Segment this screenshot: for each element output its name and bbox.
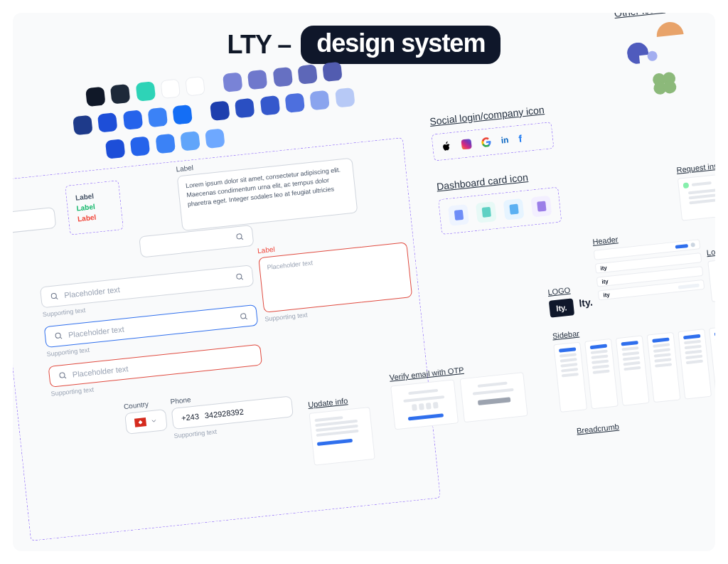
instagram-icon bbox=[461, 139, 471, 149]
dashboard-frame bbox=[438, 187, 562, 235]
search-icon bbox=[50, 292, 59, 301]
sidebar-col bbox=[647, 332, 681, 403]
swatch bbox=[285, 92, 306, 113]
swatch bbox=[210, 100, 230, 121]
swatch bbox=[130, 136, 151, 156]
facebook-icon: f bbox=[518, 133, 523, 144]
labels-frame: Label Label Label bbox=[65, 180, 124, 235]
svg-point-1 bbox=[51, 293, 57, 299]
svg-point-2 bbox=[236, 274, 242, 280]
phone-number: 342928392 bbox=[204, 408, 244, 420]
swatch bbox=[135, 81, 156, 102]
dashboard-block: Dashboard card icon bbox=[436, 169, 562, 235]
textarea-error-block: Label Placeholder text Supporting text bbox=[257, 231, 414, 322]
breadcrumb-heading: Breadcrumb bbox=[577, 422, 620, 435]
sidebar-col bbox=[553, 342, 587, 413]
apple-icon bbox=[441, 140, 453, 152]
swatch bbox=[297, 64, 318, 85]
login-block: Login/sign up bbox=[706, 240, 715, 302]
swatch bbox=[235, 98, 255, 119]
input-error-placeholder: Placeholder text bbox=[72, 364, 129, 378]
country-field: Country bbox=[123, 398, 167, 435]
google-icon bbox=[481, 137, 491, 147]
swatch bbox=[85, 87, 106, 107]
otp-card bbox=[460, 372, 528, 422]
search-icon bbox=[239, 312, 248, 321]
svg-point-5 bbox=[60, 373, 65, 378]
request-block: Request insurance card bbox=[676, 154, 715, 220]
svg-point-0 bbox=[237, 234, 242, 240]
svg-point-3 bbox=[55, 333, 61, 339]
document-icon bbox=[537, 201, 546, 212]
update-info-block: Update info bbox=[308, 394, 375, 465]
flag-icon bbox=[134, 417, 146, 427]
label-success: Label bbox=[76, 201, 112, 212]
swatch bbox=[180, 131, 200, 151]
update-info-card bbox=[309, 407, 375, 466]
swatch bbox=[110, 84, 131, 105]
login-heading: Login/sign up bbox=[706, 240, 715, 257]
request-heading: Request insurance card bbox=[676, 154, 715, 174]
swatch bbox=[310, 90, 331, 111]
swatch bbox=[160, 79, 181, 100]
design-system-canvas: LTY – design system bbox=[13, 13, 715, 551]
header-block: Header ity ity ity bbox=[592, 226, 705, 300]
title-light: LTY – bbox=[228, 30, 291, 60]
linkedin-icon: in bbox=[500, 135, 509, 146]
logo-dark: lty. bbox=[549, 298, 574, 317]
login-card bbox=[707, 252, 715, 302]
swatch bbox=[323, 62, 343, 83]
shape-icon bbox=[655, 21, 684, 37]
swatch bbox=[97, 112, 118, 133]
phone-prefix: +243 bbox=[181, 412, 200, 422]
input-default-placeholder: Placeholder text bbox=[64, 285, 121, 299]
swatch bbox=[247, 70, 268, 90]
document-icon bbox=[454, 210, 463, 220]
request-card bbox=[678, 167, 715, 220]
sidebar-col bbox=[584, 339, 619, 409]
logo-block: LOGO lty. lty. bbox=[547, 284, 594, 318]
shape-icon bbox=[647, 50, 658, 61]
social-block: Social login/company icon in f bbox=[429, 103, 555, 161]
country-select[interactable] bbox=[124, 409, 168, 435]
swatch bbox=[205, 128, 225, 149]
shape-icon bbox=[652, 71, 680, 94]
swatch bbox=[155, 134, 176, 154]
swatch bbox=[173, 105, 193, 125]
swatch bbox=[335, 87, 355, 108]
sidebar-block: Sidebar bbox=[552, 313, 715, 413]
logo-light: lty. bbox=[579, 296, 594, 314]
search-icon bbox=[235, 232, 244, 241]
input-focus-placeholder: Placeholder text bbox=[68, 325, 124, 339]
svg-point-4 bbox=[240, 314, 246, 319]
search-icon bbox=[54, 331, 63, 341]
document-icon bbox=[481, 207, 491, 218]
swatch bbox=[105, 139, 126, 159]
sidebar-col bbox=[678, 329, 712, 399]
logo-heading: LOGO bbox=[547, 284, 592, 297]
swatch bbox=[148, 107, 168, 128]
chevron-down-icon bbox=[150, 417, 158, 425]
swatch bbox=[122, 110, 143, 130]
breadcrumb-block: Breadcrumb bbox=[577, 422, 620, 435]
other-icons-block: Other icons bbox=[614, 13, 707, 95]
label-error: Label bbox=[77, 211, 114, 223]
search-icon bbox=[235, 272, 244, 282]
sidebar-col bbox=[616, 335, 650, 405]
swatch bbox=[259, 95, 280, 116]
document-icon bbox=[509, 204, 518, 215]
shape-icon bbox=[626, 41, 650, 65]
otp-card bbox=[390, 379, 459, 430]
social-frame: in f bbox=[431, 122, 554, 161]
label-default: Label bbox=[75, 190, 111, 201]
swatch bbox=[73, 115, 93, 136]
swatch bbox=[272, 67, 293, 87]
search-icon bbox=[58, 371, 67, 380]
swatch bbox=[223, 72, 243, 92]
swatch bbox=[186, 76, 206, 97]
